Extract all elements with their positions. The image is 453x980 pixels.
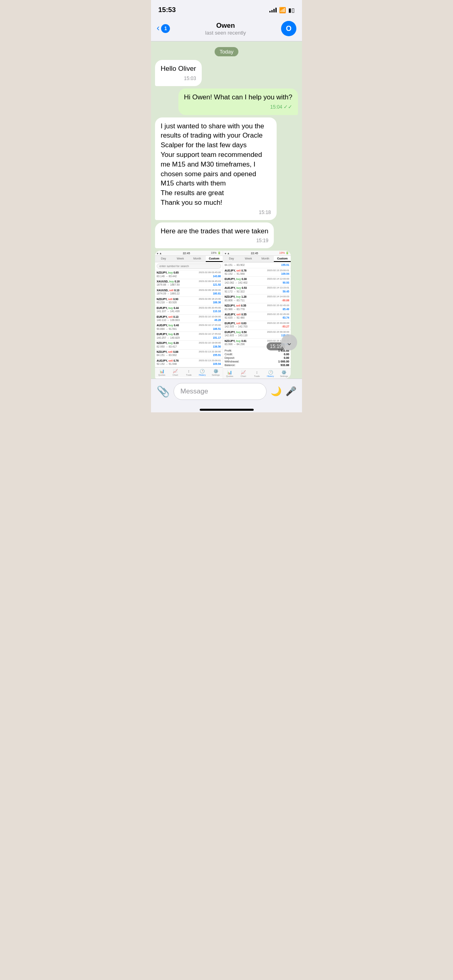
screenshot-time-left: ● ▲ (157, 252, 162, 255)
trade-symbol: NZDJPY, buy 0.81 (225, 340, 247, 343)
message-row: Here are the trades that were taken 15:1… (155, 222, 298, 249)
list-item: AUDJPY, buy 0.40 2023.02.10 17:45:00 90.… (155, 323, 223, 332)
chart-icon: 📈 (173, 369, 178, 373)
list-item: NZDJPY, buy 0.65 2023.02.09 03:45:00 83.… (155, 270, 223, 279)
search-bar-left[interactable] (155, 262, 223, 270)
trade-date: 2023.02.14 13:15:01 (267, 286, 289, 290)
trade-symbol: XAUUSD, sell 0.13 (157, 289, 179, 292)
nav-label: Settings (280, 375, 288, 377)
nav-quotes-right[interactable]: 📊 Quotes (223, 370, 237, 377)
nav-settings-left[interactable]: ⚙️ Settings (209, 369, 223, 376)
trade-date: 2023.02.09 20:45:00 (199, 307, 221, 310)
microphone-icon[interactable]: 🎤 (285, 386, 296, 397)
trade-range: 83.996 → 84.296 (225, 343, 245, 346)
tab-month-right[interactable]: Month (257, 256, 274, 262)
trade-profit: -93.27 (282, 325, 289, 328)
battery-icon: ▮▯ (288, 7, 295, 13)
trade-range: 141.107 → 141.436 (157, 310, 180, 313)
chat-header: ‹ 1 Owen last seen recently O (151, 18, 302, 41)
back-chevron-icon: ‹ (157, 24, 159, 33)
message-text: Hi Owen! What can I help you with? (184, 93, 292, 101)
left-trade-panel: ● ▲ 22:45 19% 🔋 Day Week Month Custom (155, 251, 223, 379)
nav-history-left[interactable]: 🕐 History (196, 369, 209, 376)
nav-history-right[interactable]: 🕐 History (264, 370, 277, 377)
read-receipt-icon: ✓✓ (283, 103, 292, 111)
trade-symbol: AUDJPY, buy 0.40 (157, 324, 179, 327)
tab-month-left[interactable]: Month (189, 256, 206, 262)
tab-week-left[interactable]: Week (172, 256, 189, 262)
trade-date: 2023.02.10 10:00:00 (199, 315, 221, 319)
scroll-down-button[interactable]: ⌄ (281, 334, 297, 350)
trade-date: 2023.02.13 23:00:01 (199, 359, 221, 362)
trade-date: 2023.02.10 19:00:00 (199, 342, 221, 345)
nav-quotes-left[interactable]: 📊 Quotes (155, 369, 169, 376)
list-item: AUDJPY, sell 0.76 2023.02.13 23:00:01 92… (223, 268, 291, 277)
summary-balance-value: 933.88 (281, 364, 289, 366)
tab-custom-left[interactable]: Custom (206, 256, 223, 262)
summary-credit-value: 0.00 (284, 353, 290, 356)
summary-credit: Credit: 0.00 (225, 352, 290, 356)
trade-range: 1874.09 → 1860.22 (157, 292, 180, 295)
tab-week-right[interactable]: Week (240, 256, 257, 262)
attach-button[interactable]: 📎 (157, 385, 170, 398)
nav-label: Chart (240, 375, 246, 377)
bottom-nav-right: 📊 Quotes 📈 Chart ↕️ Trade 🕐 History (223, 369, 291, 379)
summary-balance-label: Balance: (225, 364, 236, 366)
search-input[interactable] (157, 264, 221, 269)
trade-range: 83.146 → 83.442 (157, 275, 177, 278)
moon-icon[interactable]: 🌙 (271, 386, 281, 397)
back-button[interactable]: ‹ 1 (157, 24, 170, 33)
trade-profit: 109.94 (281, 272, 289, 276)
message-text: I just wanted to share with you the resu… (161, 122, 264, 206)
tab-bar-right: Day Week Month Custom (223, 256, 291, 262)
nav-settings-right[interactable]: ⚙️ Settings (277, 370, 291, 377)
tab-day-left[interactable]: Day (155, 256, 172, 262)
nav-trade-right[interactable]: ↕️ Trade (250, 370, 264, 377)
nav-trade-left[interactable]: ↕️ Trade (182, 369, 196, 376)
trade-profit: 49.28 (214, 319, 221, 322)
quotes-icon: 📊 (227, 370, 232, 375)
trade-range: 83.218 → 83.926 (157, 301, 177, 304)
trade-date: 2023.02.15 02:45:00 (267, 304, 289, 307)
trade-range: 83.806 → 83.711 (225, 299, 245, 302)
trade-profit: 63.74 (283, 316, 289, 319)
message-bubble: I just wanted to share with you the resu… (155, 117, 277, 220)
input-bar: 📎 Message 🌙 🎤 (151, 379, 302, 406)
tab-custom-right[interactable]: Custom (274, 256, 291, 262)
trade-profit: 155.91 (281, 264, 289, 267)
message-row: Hi Owen! What can I help you with? 15:04… (155, 89, 298, 115)
trade-icon: ↕️ (256, 370, 258, 375)
history-icon: 🕐 (268, 370, 273, 375)
trade-profit: 110.10 (213, 310, 221, 313)
avatar[interactable]: O (281, 21, 296, 36)
nav-label: History (267, 375, 274, 377)
contact-info[interactable]: Owen last seen recently (205, 22, 246, 36)
list-item: EURJPY, buy 0.38 2023.02.14 12:00:00 142… (223, 277, 291, 286)
chat-area: Today Hello Oliver 15:03 Hi Owen! What c… (151, 41, 302, 379)
nav-label: History (199, 374, 206, 376)
message-placeholder: Message (180, 387, 208, 395)
trade-range: 92.152 → 91.948 (157, 362, 177, 366)
input-right-icons: 🌙 🎤 (271, 386, 296, 397)
quotes-icon: 📊 (159, 369, 164, 373)
trade-date: 2023.02.09 03:45:00 (199, 271, 221, 274)
home-indicator (200, 409, 254, 411)
trade-range: 140.257 → 140.829 (157, 336, 180, 340)
message-input[interactable]: Message (174, 383, 267, 400)
list-item: EURJPY, sell 0.63 2023.02.15 03:00:00 14… (223, 321, 291, 330)
trade-symbol: NZDJPY, buy 0.65 (157, 271, 179, 274)
trade-range: 90.884 → 91.501 (157, 327, 177, 331)
status-bar: 15:53 📶 ▮▯ (151, 0, 302, 18)
tab-day-right[interactable]: Day (223, 256, 240, 262)
trade-profit: 121.92 (213, 283, 221, 286)
nav-label: Quotes (158, 374, 165, 376)
nav-chart-right[interactable]: 📈 Chart (236, 370, 250, 377)
nav-chart-left[interactable]: 📈 Chart (169, 369, 182, 376)
screenshot-battery-right: 19% 🔋 (279, 251, 289, 255)
nav-label: Quotes (226, 375, 234, 377)
trade-date: 2023.02.14 12:00:00 (267, 278, 289, 281)
summary-profit-label: Profit: (225, 349, 232, 352)
status-time: 15:53 (158, 6, 176, 14)
trade-profit: 180.81 (213, 292, 221, 295)
list-item: XAUUSD, sell 0.13 2023.02.09 18:00:00 18… (155, 288, 223, 297)
